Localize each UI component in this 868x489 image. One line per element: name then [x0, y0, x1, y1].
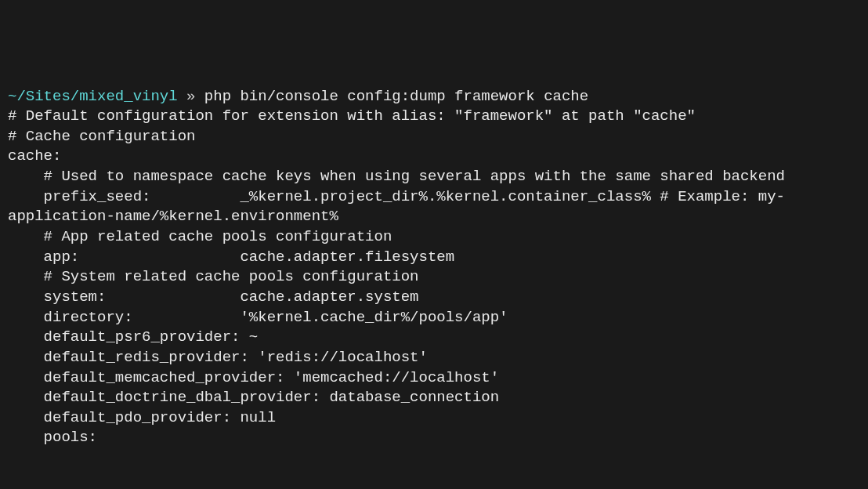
output-line: # System related cache pools configurati…: [8, 267, 860, 288]
output-line: cache:: [8, 147, 860, 167]
output-line: pools:: [8, 428, 860, 448]
output-line: default_pdo_provider: null: [8, 408, 860, 429]
terminal-window[interactable]: ~/Sites/mixed_vinyl » php bin/console co…: [8, 87, 860, 449]
output-line: # App related cache pools configuration: [8, 227, 860, 248]
output-line: directory: '%kernel.cache_dir%/pools/app…: [8, 308, 860, 328]
command-text: php bin/console config:dump framework ca…: [204, 88, 588, 105]
output-line: prefix_seed: _%kernel.project_dir%.%kern…: [8, 187, 860, 227]
output-line: default_psr6_provider: ~: [8, 328, 860, 348]
output-line: default_redis_provider: 'redis://localho…: [8, 348, 860, 368]
prompt-line: ~/Sites/mixed_vinyl » php bin/console co…: [8, 87, 860, 107]
output-line: default_doctrine_dbal_provider: database…: [8, 388, 860, 408]
prompt-path: ~/Sites/mixed_vinyl: [8, 88, 178, 105]
output-line: app: cache.adapter.filesystem: [8, 248, 860, 268]
output-line: # Default configuration for extension wi…: [8, 107, 860, 127]
prompt-separator: »: [178, 88, 204, 105]
output-line: # Cache configuration: [8, 127, 860, 147]
output-line: system: cache.adapter.system: [8, 288, 860, 308]
output-line: # Used to namespace cache keys when usin…: [8, 167, 860, 187]
output-line: default_memcached_provider: 'memcached:/…: [8, 368, 860, 389]
